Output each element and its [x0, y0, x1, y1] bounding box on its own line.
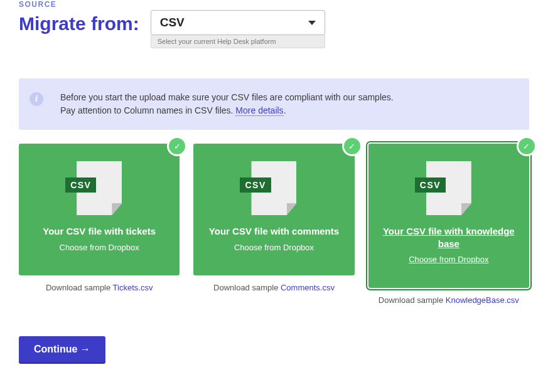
comments-csv-link[interactable]: Comments.csv — [281, 283, 335, 292]
info-banner: i Before you start the upload make sure … — [19, 78, 529, 130]
check-icon: ✓ — [169, 138, 185, 154]
tickets-csv-link[interactable]: Tickets.csv — [113, 283, 153, 292]
info-line2-suffix: . — [284, 105, 286, 115]
csv-badge: CSV — [65, 177, 96, 193]
choose-dropbox-link[interactable]: Choose from Dropbox — [409, 255, 488, 264]
info-icon: i — [30, 92, 43, 106]
info-line2-prefix: Pay attention to Column names in CSV fil… — [60, 105, 235, 115]
migrate-from-title: Migrate from: — [19, 10, 139, 35]
check-icon: ✓ — [344, 138, 360, 154]
csv-file-icon: CSV — [77, 161, 122, 215]
platform-select[interactable]: CSV — [151, 10, 325, 35]
continue-button[interactable]: Continue → — [19, 336, 105, 363]
upload-card-tickets[interactable]: ✓ CSV Your CSV file with tickets Choose … — [19, 144, 180, 275]
info-line1: Before you start the upload make sure yo… — [60, 91, 517, 104]
platform-select-value: CSV — [160, 16, 185, 29]
csv-file-icon: CSV — [426, 161, 471, 215]
upload-card-comments[interactable]: ✓ CSV Your CSV file with comments Choose… — [193, 144, 354, 275]
csv-file-icon: CSV — [251, 161, 296, 215]
card-title: Your CSV file with tickets — [43, 225, 156, 238]
migrate-row: Migrate from: CSV Select your current He… — [19, 10, 529, 48]
csv-badge: CSV — [415, 177, 446, 193]
check-icon: ✓ — [518, 138, 535, 154]
more-details-link[interactable]: More details — [235, 105, 283, 116]
chevron-down-icon — [308, 21, 316, 25]
choose-dropbox-link[interactable]: Choose from Dropbox — [234, 243, 314, 252]
info-text: Before you start the upload make sure yo… — [54, 78, 529, 130]
upload-cards-row: ✓ CSV Your CSV file with tickets Choose … — [19, 144, 529, 305]
source-label: SOURCE — [19, 0, 529, 9]
card-title: Your CSV file with knowledge base — [379, 225, 519, 250]
download-sample-knowledgebase: Download sample KnowledgeBase.csv — [379, 295, 519, 305]
download-sample-comments: Download sample Comments.csv — [213, 283, 335, 292]
download-sample-tickets: Download sample Tickets.csv — [46, 283, 153, 292]
platform-select-hint: Select your current Help Desk platform — [151, 35, 325, 48]
card-block-knowledgebase: ✓ CSV Your CSV file with knowledge base … — [368, 144, 529, 305]
card-block-comments: ✓ CSV Your CSV file with comments Choose… — [193, 144, 354, 292]
card-block-tickets: ✓ CSV Your CSV file with tickets Choose … — [19, 144, 180, 292]
card-title: Your CSV file with comments — [209, 225, 339, 238]
csv-badge: CSV — [240, 177, 271, 193]
upload-card-knowledgebase[interactable]: ✓ CSV Your CSV file with knowledge base … — [368, 144, 529, 288]
choose-dropbox-link[interactable]: Choose from Dropbox — [60, 243, 139, 252]
knowledgebase-csv-link[interactable]: KnowledgeBase.csv — [446, 295, 519, 305]
